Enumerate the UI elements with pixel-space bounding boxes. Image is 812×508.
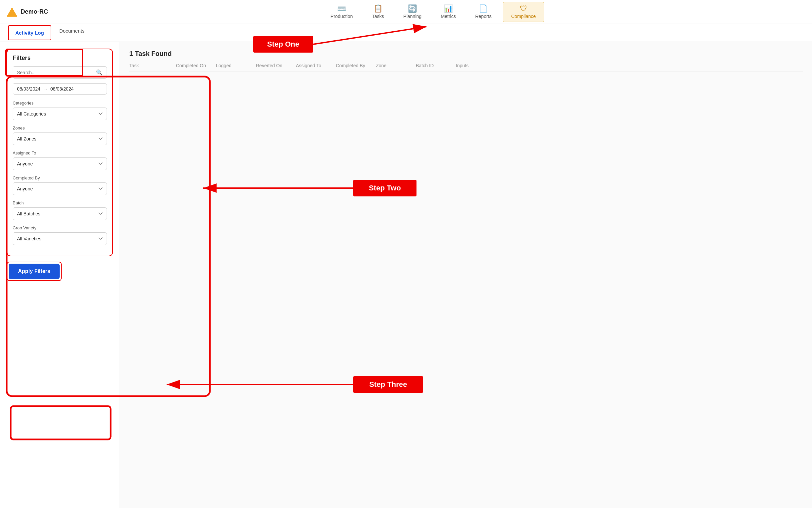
crop-variety-label: Crop Variety bbox=[13, 225, 107, 230]
filter-group-zones: Zones All Zones bbox=[13, 126, 107, 145]
assigned-to-label: Assigned To bbox=[13, 151, 107, 156]
date-range[interactable]: 08/03/2024 → 08/03/2024 bbox=[13, 83, 107, 94]
nav-label-compliance: Compliance bbox=[511, 14, 536, 19]
production-icon: ⌨️ bbox=[337, 5, 346, 12]
apply-filters-wrapper: Apply Filters bbox=[7, 262, 62, 281]
filter-group-crop-variety: Crop Variety All Varieties bbox=[13, 225, 107, 245]
tab-documents[interactable]: Documents bbox=[53, 24, 91, 42]
metrics-icon: 📊 bbox=[444, 5, 453, 12]
nav-item-metrics[interactable]: 📊 Metrics bbox=[433, 2, 464, 22]
nav-item-compliance[interactable]: 🛡 Compliance bbox=[503, 2, 544, 22]
search-icon: 🔍 bbox=[96, 69, 103, 76]
task-count: 1 Task Found bbox=[129, 50, 803, 57]
date-end: 08/03/2024 bbox=[50, 86, 74, 91]
date-start: 08/03/2024 bbox=[17, 86, 40, 91]
col-inputs: Inputs bbox=[456, 63, 489, 68]
nav-item-tasks[interactable]: 📋 Tasks bbox=[364, 2, 392, 22]
search-box: 🔍 bbox=[13, 66, 107, 79]
nav-label-reports: Reports bbox=[475, 14, 492, 19]
col-reverted-on: Reverted On bbox=[256, 63, 289, 68]
nav-items: ⌨️ Production 📋 Tasks 🔄 Planning 📊 Metri… bbox=[61, 2, 805, 22]
col-completed-by: Completed By bbox=[336, 63, 369, 68]
sub-nav: Activity Log Documents bbox=[0, 24, 812, 42]
completed-by-select[interactable]: Anyone bbox=[13, 182, 107, 195]
batch-select[interactable]: All Batches bbox=[13, 207, 107, 220]
filters-title: Filters bbox=[13, 54, 107, 61]
filter-group-completed-by: Completed By Anyone bbox=[13, 175, 107, 195]
content-area: 1 Task Found Task Completed On Logged Re… bbox=[120, 42, 812, 508]
logo-area: Demo-RC bbox=[7, 7, 48, 17]
filters-box: Filters 🔍 08/03/2024 → 08/03/2024 Catego… bbox=[7, 49, 113, 256]
filter-group-assigned-to: Assigned To Anyone bbox=[13, 151, 107, 170]
col-assigned-to: Assigned To bbox=[296, 63, 329, 68]
tasks-icon: 📋 bbox=[374, 5, 383, 12]
col-logged: Logged bbox=[216, 63, 249, 68]
categories-label: Categories bbox=[13, 100, 107, 105]
nav-label-production: Production bbox=[331, 14, 353, 19]
planning-icon: 🔄 bbox=[408, 5, 417, 12]
zones-label: Zones bbox=[13, 126, 107, 130]
app-name: Demo-RC bbox=[21, 8, 48, 15]
main-layout: Filters 🔍 08/03/2024 → 08/03/2024 Catego… bbox=[0, 42, 812, 508]
search-input[interactable] bbox=[17, 70, 96, 75]
nav-label-metrics: Metrics bbox=[441, 14, 456, 19]
col-batch-id: Batch ID bbox=[416, 63, 449, 68]
nav-label-tasks: Tasks bbox=[372, 14, 384, 19]
logo-triangle-icon bbox=[7, 7, 17, 17]
nav-item-planning[interactable]: 🔄 Planning bbox=[395, 2, 430, 22]
table-header: Task Completed On Logged Reverted On Ass… bbox=[129, 63, 803, 72]
categories-select[interactable]: All Categories bbox=[13, 108, 107, 120]
crop-variety-select[interactable]: All Varieties bbox=[13, 232, 107, 245]
compliance-icon: 🛡 bbox=[520, 5, 527, 12]
batch-label: Batch bbox=[13, 200, 107, 205]
top-nav: Demo-RC ⌨️ Production 📋 Tasks 🔄 Planning… bbox=[0, 0, 812, 24]
date-arrow-icon: → bbox=[43, 86, 48, 91]
apply-filters-button[interactable]: Apply Filters bbox=[9, 264, 60, 279]
nav-item-reports[interactable]: 📄 Reports bbox=[467, 2, 499, 22]
sidebar: Filters 🔍 08/03/2024 → 08/03/2024 Catego… bbox=[0, 42, 120, 508]
completed-by-label: Completed By bbox=[13, 175, 107, 180]
nav-label-planning: Planning bbox=[403, 14, 422, 19]
assigned-to-select[interactable]: Anyone bbox=[13, 158, 107, 170]
reports-icon: 📄 bbox=[479, 5, 488, 12]
col-zone: Zone bbox=[376, 63, 409, 68]
filter-group-categories: Categories All Categories bbox=[13, 100, 107, 120]
filter-group-batch: Batch All Batches bbox=[13, 200, 107, 220]
tab-activity-log[interactable]: Activity Log bbox=[8, 25, 51, 40]
col-task: Task bbox=[129, 63, 169, 68]
zones-select[interactable]: All Zones bbox=[13, 132, 107, 145]
col-completed-on: Completed On bbox=[176, 63, 209, 68]
nav-item-production[interactable]: ⌨️ Production bbox=[322, 2, 361, 22]
